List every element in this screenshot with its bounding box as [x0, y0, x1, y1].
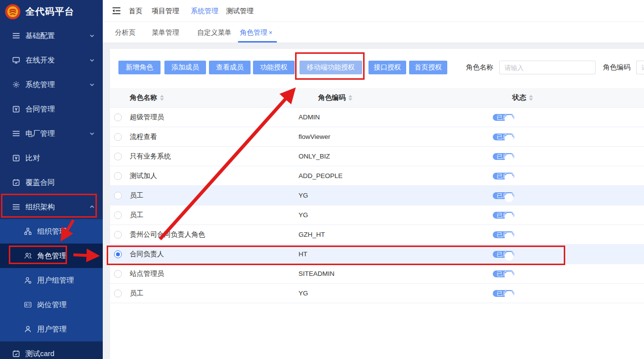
- status-cell: 已启用: [493, 269, 644, 279]
- table-row[interactable]: 站点管理员 SITEADMIN 已启用: [110, 264, 644, 284]
- menu-lines-icon: [12, 32, 20, 40]
- row-radio[interactable]: [114, 113, 122, 121]
- id-card-icon: [23, 301, 32, 309]
- role-name-input[interactable]: [499, 61, 596, 74]
- row-radio[interactable]: [114, 290, 122, 297]
- table-row[interactable]: 员工 YG 已启用: [110, 186, 644, 205]
- table-row[interactable]: 合同负责人 HT 已启用: [110, 245, 644, 264]
- sidebar-item-post-mgmt[interactable]: 岗位管理: [0, 292, 103, 317]
- toggle-knob-icon: [505, 174, 513, 182]
- status-toggle[interactable]: 已启用: [493, 134, 514, 140]
- status-toggle[interactable]: 已启用: [493, 192, 514, 199]
- tab-role-mgmt[interactable]: 角色管理×: [240, 22, 273, 43]
- tab-custom-menu[interactable]: 自定义菜单: [197, 22, 231, 43]
- roles-table: 角色名称 角色编码 状态 超级管理员 ADMIN 已启用 流程查看 flowVi…: [110, 88, 644, 303]
- column-header-role-name[interactable]: 角色名称: [130, 93, 164, 102]
- topnav-system-mgmt[interactable]: 系统管理: [191, 0, 218, 22]
- sidebar-item-user-group-mgmt[interactable]: 用户组管理: [0, 268, 103, 292]
- sidebar-item-cover-contract[interactable]: 覆盖合同: [0, 170, 103, 195]
- table-row[interactable]: 员工 YG 已启用: [110, 284, 644, 303]
- tab-analysis[interactable]: 分析页: [115, 22, 136, 43]
- sidebar: 全代码平台 基础配置 在线开发 系统管理 合同管理 电厂管理 比对 覆盖合同 组…: [0, 0, 103, 359]
- role-name-filter: 角色名称: [466, 61, 596, 74]
- tab-menu-mgmt[interactable]: 菜单管理: [152, 22, 179, 43]
- sort-carets-icon[interactable]: [160, 95, 164, 101]
- toggle-knob-icon: [505, 252, 513, 261]
- status-toggle[interactable]: 已启用: [493, 270, 514, 277]
- topnav-home[interactable]: 首页: [129, 0, 142, 22]
- toggle-knob-icon: [505, 213, 513, 222]
- status-toggle[interactable]: 已启用: [493, 212, 514, 219]
- sidebar-item-label: 用户组管理: [37, 276, 74, 285]
- row-radio[interactable]: [114, 172, 122, 180]
- status-cell: 已启用: [493, 288, 644, 299]
- status-cell: 已启用: [493, 249, 644, 260]
- sort-carets-icon[interactable]: [348, 95, 352, 101]
- row-radio[interactable]: [114, 231, 122, 239]
- user-group-icon: [23, 276, 32, 285]
- column-header-status[interactable]: 状态: [512, 93, 533, 102]
- sidebar-item-contract-mgmt[interactable]: 合同管理: [0, 97, 103, 121]
- sidebar-item-plant-mgmt[interactable]: 电厂管理: [0, 121, 103, 146]
- sidebar-item-org-structure[interactable]: 组织架构: [0, 195, 103, 219]
- status-toggle[interactable]: 已启用: [493, 290, 514, 297]
- role-code-cell: YG: [299, 290, 493, 297]
- row-radio[interactable]: [114, 270, 122, 278]
- api-auth-button[interactable]: 接口授权: [368, 61, 406, 74]
- row-radio[interactable]: [114, 133, 122, 141]
- sidebar-item-base-config[interactable]: 基础配置: [0, 23, 103, 48]
- sidebar-item-compare[interactable]: 比对: [0, 146, 103, 170]
- status-toggle[interactable]: 已启用: [493, 173, 514, 180]
- logo-row: 全代码平台: [0, 0, 103, 23]
- status-cell: 已启用: [493, 190, 644, 201]
- sidebar-item-label: 岗位管理: [37, 300, 67, 310]
- role-name-cell: 流程查看: [122, 133, 299, 141]
- sidebar-item-org-mgmt[interactable]: 组织管理: [0, 219, 103, 244]
- table-row[interactable]: 测试加人 ADD_PEOPLE 已启用: [110, 166, 644, 186]
- status-cell: 已启用: [493, 151, 644, 162]
- homepage-auth-button[interactable]: 首页授权: [409, 61, 447, 74]
- sidebar-item-test-card[interactable]: 测试card: [0, 341, 103, 359]
- table-row[interactable]: 员工 YG 已启用: [110, 205, 644, 225]
- toggle-knob-icon: [505, 193, 513, 202]
- sidebar-item-system-mgmt[interactable]: 系统管理: [0, 72, 103, 97]
- column-header-role-code[interactable]: 角色编码: [318, 93, 352, 102]
- topnav-project-mgmt[interactable]: 项目管理: [152, 0, 179, 22]
- status-toggle[interactable]: 已启用: [493, 114, 514, 121]
- sort-carets-icon[interactable]: [529, 95, 533, 101]
- table-row[interactable]: 超级管理员 ADMIN 已启用: [110, 108, 644, 127]
- role-code-cell: HT: [299, 250, 493, 258]
- table-body: 超级管理员 ADMIN 已启用 流程查看 flowViewer 已启用 只有业务…: [110, 108, 644, 303]
- calendar-icon: [12, 350, 20, 358]
- sidebar-item-online-dev[interactable]: 在线开发: [0, 48, 103, 72]
- table-row[interactable]: 只有业务系统 ONLY_BIZ 已启用: [110, 147, 644, 166]
- role-name-cell: 测试加人: [122, 172, 299, 180]
- sidebar-item-role-mgmt[interactable]: 角色管理: [0, 244, 103, 268]
- table-row[interactable]: 贵州公司合同负责人角色 GZH_HT 已启用: [110, 225, 644, 245]
- role-code-input[interactable]: [636, 61, 644, 74]
- status-toggle[interactable]: 已启用: [493, 251, 514, 258]
- role-name-cell: 超级管理员: [122, 113, 299, 122]
- status-toggle[interactable]: 已启用: [493, 231, 514, 238]
- row-radio[interactable]: [114, 153, 122, 160]
- role-name-label: 角色名称: [466, 63, 493, 72]
- role-name-cell: 合同负责人: [122, 250, 299, 259]
- sidebar-item-user-mgmt[interactable]: 用户管理: [0, 317, 103, 341]
- table-row[interactable]: 流程查看 flowViewer 已启用: [110, 127, 644, 147]
- function-auth-button[interactable]: 功能授权: [253, 61, 295, 74]
- sidebar-item-label: 合同管理: [25, 105, 55, 114]
- menu-fold-icon[interactable]: [112, 6, 121, 15]
- topnav-test-mgmt[interactable]: 测试管理: [226, 0, 253, 22]
- chevron-down-icon: [89, 81, 95, 89]
- row-radio[interactable]: [114, 192, 122, 200]
- status-toggle[interactable]: 已启用: [493, 153, 514, 160]
- row-radio[interactable]: [114, 211, 122, 219]
- sidebar-item-label: 系统管理: [25, 80, 55, 90]
- role-code-cell: flowViewer: [299, 133, 493, 140]
- add-member-button[interactable]: 添加成员: [164, 61, 206, 74]
- mobile-function-auth-button[interactable]: 移动端功能授权: [299, 61, 362, 74]
- view-members-button[interactable]: 查看成员: [209, 61, 251, 74]
- close-icon[interactable]: ×: [269, 29, 273, 36]
- row-radio[interactable]: [114, 250, 122, 258]
- add-role-button[interactable]: 新增角色: [118, 61, 161, 74]
